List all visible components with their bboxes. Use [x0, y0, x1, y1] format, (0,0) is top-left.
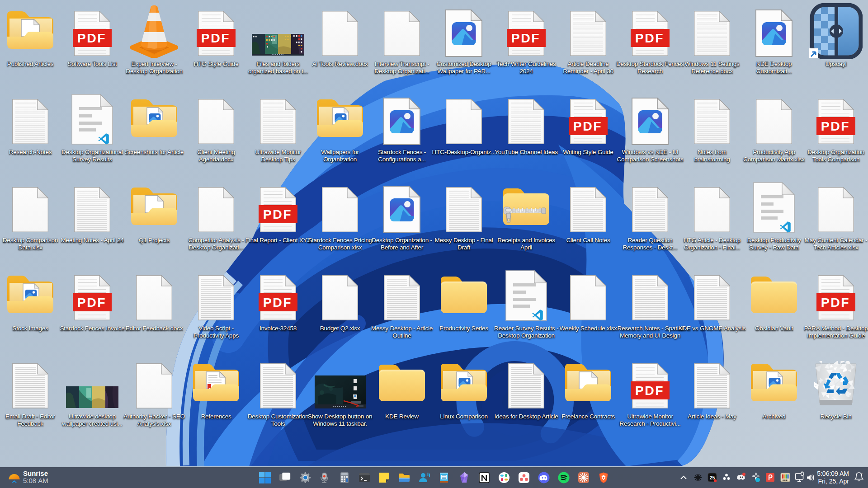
svg-text:25: 25 — [710, 475, 715, 480]
svg-text:z: z — [861, 472, 863, 476]
